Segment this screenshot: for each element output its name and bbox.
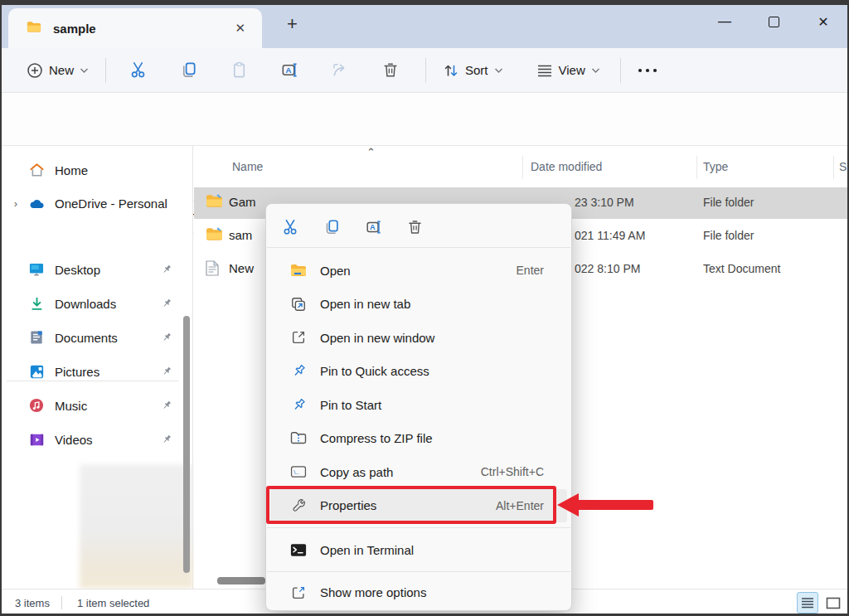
paste-icon <box>230 61 249 80</box>
menu-item-pin-to-start[interactable]: Pin to Start <box>270 388 567 422</box>
menu-item-shortcut: Ctrl+Shift+C <box>481 465 555 478</box>
onedrive-icon <box>27 198 46 209</box>
menu-item-label: Compress to ZIP file <box>320 431 555 445</box>
cut-button[interactable] <box>281 218 299 240</box>
sidebar-item-label: Videos <box>55 433 158 447</box>
menu-item-label: Properties <box>320 498 496 512</box>
sidebar-item-label: Downloads <box>55 297 158 311</box>
sidebar-item-desktop[interactable]: Desktop <box>5 255 176 284</box>
new-window-icon <box>289 329 308 346</box>
file-date: 022 8:10 PM <box>575 262 640 275</box>
menu-item-label: Pin to Start <box>320 398 555 412</box>
pin-icon <box>158 366 176 377</box>
copy-button[interactable] <box>323 218 341 240</box>
menu-item-pin-to-quick-access[interactable]: Pin to Quick access <box>270 355 567 389</box>
horizontal-scrollbar[interactable] <box>217 577 265 584</box>
details-view-button[interactable] <box>797 592 818 614</box>
large-icons-view-button[interactable] <box>822 592 844 614</box>
pin-icon <box>289 363 308 379</box>
sidebar-item-videos[interactable]: Videos <box>5 425 176 454</box>
share-button[interactable] <box>322 61 358 80</box>
pictures-icon <box>27 365 46 379</box>
title-bar: sample ✕ + — ✕ <box>0 0 849 48</box>
tab-close-icon[interactable]: ✕ <box>230 19 250 37</box>
pin-icon <box>158 400 176 411</box>
file-type: Text Document <box>703 262 780 275</box>
svg-text:\..: \.. <box>294 468 299 476</box>
menu-item-open-in-new-window[interactable]: Open in new window <box>270 321 567 355</box>
menu-item-open-in-new-tab[interactable]: Open in new tab <box>270 288 567 322</box>
view-button[interactable]: View <box>528 58 609 83</box>
sidebar-item-downloads[interactable]: Downloads <box>5 289 176 318</box>
column-divider[interactable] <box>833 156 834 179</box>
menu-item-properties[interactable]: Properties Alt+Enter <box>270 489 567 523</box>
menu-item-compress-to-zip[interactable]: Compress to ZIP file <box>270 422 567 456</box>
column-header-type[interactable]: Type <box>703 160 728 173</box>
minimize-button[interactable]: — <box>711 14 739 29</box>
plus-circle-icon <box>27 62 43 79</box>
new-tab-button[interactable]: + <box>280 13 304 35</box>
cut-icon <box>281 218 299 236</box>
pin-icon <box>158 434 176 445</box>
cut-icon <box>129 61 148 80</box>
cut-button[interactable] <box>119 61 156 80</box>
rename-button[interactable]: A <box>364 218 383 240</box>
delete-icon <box>381 61 400 80</box>
file-type: File folder <box>703 229 754 242</box>
menu-item-show-more-options[interactable]: Show more options <box>270 576 567 610</box>
copy-button[interactable] <box>170 61 206 80</box>
toolbar-divider <box>620 58 621 83</box>
sidebar-item-documents[interactable]: Documents <box>5 323 176 352</box>
column-divider[interactable] <box>522 156 523 179</box>
wrench-icon <box>289 497 308 513</box>
rename-button[interactable]: A <box>271 61 308 80</box>
folder-icon <box>289 264 308 277</box>
column-header-date-modified[interactable]: Date modified <box>531 160 602 173</box>
see-more-button[interactable] <box>629 68 666 73</box>
sidebar-item-music[interactable]: Music <box>5 391 176 420</box>
sidebar-item-pictures[interactable]: Pictures <box>5 357 176 386</box>
menu-item-label: Open in new window <box>320 331 555 345</box>
file-date: 23 3:10 PM <box>575 196 634 209</box>
terminal-icon <box>289 543 308 557</box>
expand-chevron-icon[interactable]: › <box>5 197 27 210</box>
sidebar-item-onedrive[interactable]: › OneDrive - Personal <box>5 189 176 217</box>
menu-item-label: Pin to Quick access <box>320 364 555 378</box>
menu-item-open-in-terminal[interactable]: Open in Terminal <box>270 533 567 567</box>
copy-icon <box>179 61 198 80</box>
copy-icon <box>323 218 341 236</box>
sidebar-item-label: Home <box>55 163 176 177</box>
sidebar-item-label: Pictures <box>55 365 158 379</box>
delete-button[interactable] <box>406 218 424 240</box>
chevron-down-icon <box>591 67 600 74</box>
tab-title: sample <box>53 22 230 36</box>
sidebar-item-label: Music <box>55 399 158 413</box>
delete-icon <box>406 218 424 236</box>
explorer-tab[interactable]: sample ✕ <box>8 8 262 48</box>
file-name: sam <box>229 228 252 242</box>
pin-icon <box>158 264 176 275</box>
paste-button[interactable] <box>221 61 257 80</box>
new-button[interactable]: New <box>18 57 97 84</box>
close-button[interactable]: ✕ <box>809 14 837 30</box>
menu-item-label: Show more options <box>320 585 555 599</box>
maximize-button[interactable] <box>769 17 779 27</box>
menu-item-copy-as-path[interactable]: \.. Copy as path Ctrl+Shift+C <box>270 455 567 489</box>
items-count: 3 items <box>0 597 61 609</box>
column-divider[interactable] <box>696 156 697 179</box>
sort-button[interactable]: Sort <box>434 57 512 84</box>
sidebar-item-home[interactable]: Home <box>5 156 176 184</box>
file-name: New <box>229 261 254 275</box>
sidebar-item-label: Desktop <box>55 263 158 277</box>
copy-path-icon: \.. <box>289 465 308 478</box>
folder-icon <box>206 194 223 211</box>
sidebar-scrollbar[interactable] <box>183 316 190 573</box>
toolbar-divider <box>425 58 426 83</box>
menu-item-open[interactable]: Open Enter <box>270 254 567 288</box>
rename-icon: A <box>364 218 383 236</box>
column-header-name[interactable]: Name <box>232 160 263 173</box>
sidebar-item-label: OneDrive - Personal <box>55 196 176 211</box>
column-header-size[interactable]: S <box>839 160 847 173</box>
delete-button[interactable] <box>372 61 409 80</box>
pin-icon <box>158 332 176 343</box>
